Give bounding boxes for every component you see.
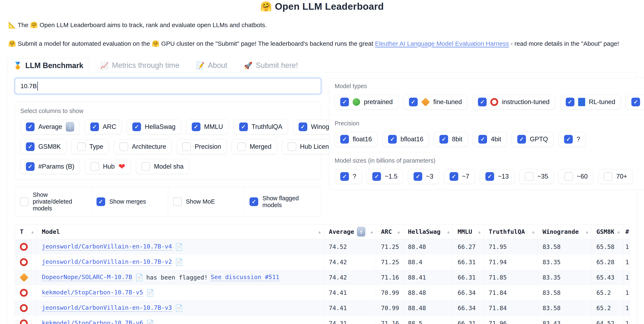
search-input[interactable]: 10.7B bbox=[15, 78, 321, 94]
sort-icon[interactable]: ▲ bbox=[478, 230, 480, 234]
sort-icon[interactable]: ▲ bbox=[586, 230, 588, 234]
sort-icon[interactable]: ▲ bbox=[371, 230, 373, 234]
toggle-show-flagged-models[interactable]: ✓Show flagged models bbox=[244, 187, 321, 216]
checkbox-checked[interactable]: ✓ bbox=[298, 122, 307, 131]
checkbox-checked[interactable]: ✓ bbox=[340, 172, 349, 181]
filter-chip-4bit[interactable]: ✓4bit bbox=[473, 132, 507, 147]
col-header-model[interactable]: Model▲ bbox=[37, 224, 324, 239]
col-header-hellaswag[interactable]: HellaSwag▲ bbox=[403, 224, 452, 239]
checkbox-checked[interactable]: ✓ bbox=[26, 122, 34, 131]
checkbox-checked[interactable]: ✓ bbox=[409, 98, 418, 106]
checkbox-unchecked[interactable] bbox=[77, 142, 86, 151]
filter-chip-gptq[interactable]: ✓GPTQ bbox=[512, 132, 554, 147]
filter-chip-truthfulqa[interactable]: ✓TruthfulQA bbox=[234, 119, 288, 134]
sort-icon[interactable]: ▲ bbox=[532, 230, 534, 234]
filter-chip-35[interactable]: ~35 bbox=[519, 169, 554, 184]
sort-icon[interactable]: ▲ bbox=[447, 230, 450, 234]
model-link[interactable]: jeonsworld/CarbonVillain-en-10.7B-v2 bbox=[42, 258, 172, 266]
filter-chip-7[interactable]: ✓~7 bbox=[444, 169, 475, 184]
col-header-gsm8k[interactable]: GSM8K▲ bbox=[591, 224, 623, 239]
model-link[interactable]: kekmodel/StopCarbon-10.7B-v6 bbox=[42, 320, 143, 324]
checkbox-checked[interactable]: ✓ bbox=[440, 135, 448, 144]
checkbox-checked[interactable]: ✓ bbox=[478, 98, 486, 106]
checkbox-unchecked[interactable] bbox=[182, 142, 191, 151]
tab-submit-here[interactable]: 🚀Submit here! bbox=[238, 58, 304, 73]
checkbox-unchecked[interactable] bbox=[173, 197, 182, 206]
checkbox-unchecked[interactable] bbox=[564, 172, 573, 181]
checkbox-checked[interactable]: ✓ bbox=[96, 197, 105, 206]
filter-chip-60[interactable]: ~60 bbox=[559, 169, 593, 184]
col-header-item[interactable]: #▲ bbox=[623, 224, 630, 239]
col-header-average[interactable]: Average↑▲ bbox=[324, 224, 376, 239]
checkbox-unchecked[interactable] bbox=[90, 162, 99, 171]
filter-chip-instruction-tuned[interactable]: ✓instruction-tuned bbox=[472, 94, 555, 109]
eleuther-harness-link[interactable]: Eleuther AI Language Model Evaluation Ha… bbox=[375, 40, 509, 47]
filter-chip-item[interactable]: ✓? bbox=[626, 94, 644, 109]
toggle-show-private-deleted-models[interactable]: Show private/deleted models bbox=[15, 187, 92, 216]
filter-chip-merged[interactable]: Merged bbox=[232, 139, 277, 154]
filter-chip-3[interactable]: ✓~3 bbox=[408, 169, 439, 184]
toggle-show-merges[interactable]: ✓Show merges bbox=[92, 187, 168, 216]
col-header-winogrande[interactable]: Winogrande▲ bbox=[537, 224, 591, 239]
sort-icon[interactable]: ▲ bbox=[318, 230, 321, 234]
sort-icon[interactable]: ▲ bbox=[618, 230, 620, 234]
filter-chip-pretrained[interactable]: ✓pretrained bbox=[335, 94, 398, 109]
checkbox-checked[interactable]: ✓ bbox=[564, 135, 573, 144]
checkbox-checked[interactable]: ✓ bbox=[239, 122, 248, 131]
toggle-show-moe[interactable]: Show MoE bbox=[168, 187, 245, 216]
checkbox-checked[interactable]: ✓ bbox=[340, 135, 349, 144]
filter-chip-hellaswag[interactable]: ✓HellaSwag bbox=[127, 119, 181, 134]
filter-chip-precision[interactable]: Precision bbox=[177, 139, 227, 154]
filter-chip-fine-tuned[interactable]: ✓fine-tuned bbox=[404, 94, 468, 109]
checkbox-unchecked[interactable] bbox=[525, 172, 534, 181]
checkbox-checked[interactable]: ✓ bbox=[26, 162, 34, 171]
checkbox-checked[interactable]: ✓ bbox=[26, 142, 34, 151]
col-header-arc[interactable]: ARC▲ bbox=[376, 224, 403, 239]
filter-chip-1-5[interactable]: ✓~1.5 bbox=[367, 169, 403, 184]
model-link[interactable]: DopeorNope/SOLARC-M-10.7B bbox=[42, 274, 132, 281]
checkbox-checked[interactable]: ✓ bbox=[566, 98, 574, 106]
filter-chip-70[interactable]: 70+ bbox=[598, 169, 633, 184]
filter-chip-architecture[interactable]: Architecture bbox=[114, 139, 172, 154]
filter-chip-mmlu[interactable]: ✓MMLU bbox=[186, 119, 228, 134]
checkbox-checked[interactable]: ✓ bbox=[414, 172, 422, 181]
checkbox-checked[interactable]: ✓ bbox=[478, 135, 487, 144]
col-header-mmlu[interactable]: MMLU▲ bbox=[452, 224, 484, 239]
tab-metrics-through-time[interactable]: 📈Metrics through time bbox=[94, 58, 186, 73]
filter-chip-item[interactable]: ✓? bbox=[335, 169, 362, 184]
filter-chip-model-sha[interactable]: Model sha bbox=[136, 159, 189, 174]
checkbox-unchecked[interactable] bbox=[120, 142, 128, 151]
filter-chip-gsm8k[interactable]: ✓GSM8K bbox=[20, 139, 66, 154]
checkbox-unchecked[interactable] bbox=[237, 142, 246, 151]
col-header-t[interactable]: T▲ bbox=[15, 224, 37, 239]
tab-llm-benchmark[interactable]: 🏅LLM Benchmark bbox=[7, 58, 90, 73]
filter-chip-8bit[interactable]: ✓8bit bbox=[434, 132, 468, 147]
checkbox-checked[interactable]: ✓ bbox=[372, 172, 381, 181]
checkbox-checked[interactable]: ✓ bbox=[132, 122, 141, 131]
checkbox-checked[interactable]: ✓ bbox=[90, 122, 99, 131]
sort-icon[interactable]: ▲ bbox=[398, 230, 400, 234]
checkbox-checked[interactable]: ✓ bbox=[250, 197, 258, 206]
model-link[interactable]: jeonsworld/CarbonVillain-en-10.7B-v4 bbox=[42, 243, 172, 250]
filter-chip-bfloat16[interactable]: ✓bfloat16 bbox=[382, 132, 429, 147]
filter-chip-item[interactable]: ✓? bbox=[558, 132, 586, 147]
col-header-truthfulqa[interactable]: TruthfulQA▲ bbox=[484, 224, 537, 239]
filter-chip-average[interactable]: ✓Average↑ bbox=[20, 119, 80, 134]
filter-chip-arc[interactable]: ✓ARC bbox=[85, 119, 122, 134]
filter-chip-13[interactable]: ✓~13 bbox=[480, 169, 514, 184]
filter-chip-float16[interactable]: ✓float16 bbox=[335, 132, 378, 147]
checkbox-checked[interactable]: ✓ bbox=[517, 135, 526, 144]
filter-chip-params-b[interactable]: ✓#Params (B) bbox=[20, 159, 80, 174]
discussion-link[interactable]: See discussion #511 bbox=[210, 274, 279, 281]
checkbox-checked[interactable]: ✓ bbox=[631, 98, 640, 106]
filter-chip-type[interactable]: Type bbox=[72, 139, 109, 154]
checkbox-checked[interactable]: ✓ bbox=[340, 98, 349, 106]
checkbox-unchecked[interactable] bbox=[604, 172, 612, 181]
checkbox-checked[interactable]: ✓ bbox=[486, 172, 494, 181]
model-link[interactable]: kekmodel/StopCarbon-10.7B-v5 bbox=[42, 289, 143, 296]
checkbox-checked[interactable]: ✓ bbox=[450, 172, 458, 181]
tab-about[interactable]: 📝About bbox=[190, 58, 234, 73]
filter-chip-rl-tuned[interactable]: ✓RL-tuned bbox=[560, 94, 621, 109]
checkbox-unchecked[interactable] bbox=[288, 142, 296, 151]
checkbox-checked[interactable]: ✓ bbox=[388, 135, 397, 144]
